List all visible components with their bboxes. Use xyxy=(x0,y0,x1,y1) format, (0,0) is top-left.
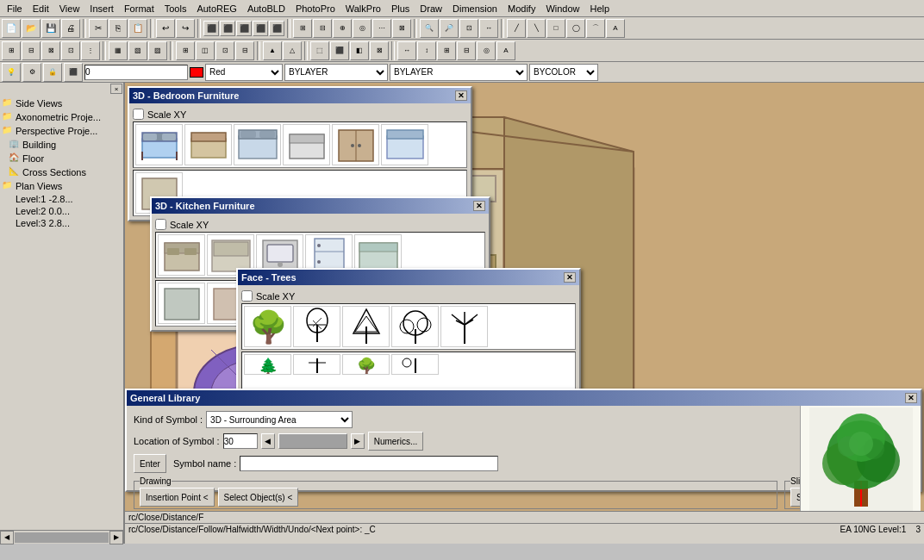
menu-draw[interactable]: Draw xyxy=(415,3,447,15)
symbol-name-input[interactable] xyxy=(240,456,498,471)
symbol-bed-4[interactable] xyxy=(283,124,330,165)
tb2-view4[interactable]: ⊟ xyxy=(235,41,254,60)
bedroom-close-button[interactable]: ✕ xyxy=(455,90,467,101)
kitchen-dialog-title[interactable]: 3D - Kitchen Furniture ✕ xyxy=(152,198,489,214)
bedroom-dialog-title[interactable]: 3D - Bedroom Furniture ✕ xyxy=(129,88,471,103)
kitchen-close-button[interactable]: ✕ xyxy=(473,201,485,211)
tb2-extra4[interactable]: ⊠ xyxy=(370,41,389,60)
draw-btn2[interactable]: ╲ xyxy=(527,19,546,38)
zoom-btn3[interactable]: ⊡ xyxy=(459,19,478,38)
tb2-extra1[interactable]: ⬚ xyxy=(310,41,329,60)
redo-button[interactable]: ↪ xyxy=(176,19,195,38)
props-icon4[interactable]: ⬛ xyxy=(64,63,83,82)
color-select[interactable]: Red xyxy=(205,64,283,81)
location-next-button[interactable]: ▶ xyxy=(351,433,365,449)
trees-scale-checkbox[interactable] xyxy=(241,290,253,302)
symbol-bed-5[interactable] xyxy=(381,124,428,165)
cut-button[interactable]: ✂ xyxy=(89,19,108,38)
copy-button[interactable]: ⎘ xyxy=(109,19,128,38)
symbol-tree-extra-1[interactable]: 🌲 xyxy=(244,354,291,375)
location-prev-button[interactable]: ◀ xyxy=(261,433,275,449)
tb2-misc4[interactable]: ⊟ xyxy=(457,41,476,60)
tb2-view3[interactable]: ⊡ xyxy=(215,41,234,60)
snap-btn3[interactable]: ⊕ xyxy=(333,19,352,38)
undo-button[interactable]: ↩ xyxy=(156,19,175,38)
symbol-tree-1[interactable]: 🌳 xyxy=(244,306,291,347)
menu-plus[interactable]: Plus xyxy=(386,3,415,15)
tb2-misc6[interactable]: A xyxy=(496,41,515,60)
insertion-point-button[interactable]: Insertion Point < xyxy=(140,488,215,507)
tree-plan-views[interactable]: 📁 Plan Views xyxy=(2,179,122,193)
menu-autoreg[interactable]: AutoREG xyxy=(191,3,241,15)
trees-dialog-title[interactable]: Face - Trees ✕ xyxy=(238,270,579,285)
snap-btn4[interactable]: ◎ xyxy=(353,19,371,38)
symbol-bed-1[interactable] xyxy=(135,124,183,165)
tb2-misc5[interactable]: ◎ xyxy=(477,41,496,60)
general-library-close-button[interactable]: ✕ xyxy=(905,393,917,403)
scroll-left-button[interactable]: ◀ xyxy=(0,531,14,544)
tb2-btn5[interactable]: ⋮ xyxy=(81,41,100,60)
tb2-btn1[interactable]: ⊞ xyxy=(2,41,21,60)
numerics-button[interactable]: Numerics... xyxy=(368,432,424,451)
tb-btn-2[interactable]: ⬛ xyxy=(220,21,235,36)
props-icon1[interactable]: 💡 xyxy=(2,63,21,82)
tb-btn-1[interactable]: ⬛ xyxy=(203,21,219,36)
tree-level1[interactable]: Level:1 -2.8... xyxy=(16,193,122,205)
new-button[interactable]: 📄 xyxy=(2,19,21,38)
tb2-btn3[interactable]: ⊠ xyxy=(41,41,60,60)
print-button[interactable]: 🖨 xyxy=(61,19,80,38)
symbol-bed-2[interactable] xyxy=(184,124,232,165)
symbol-wardrobe[interactable] xyxy=(332,124,379,165)
location-slider[interactable] xyxy=(278,433,347,449)
symbol-bed-3[interactable] xyxy=(234,124,281,165)
symbol-cabinet-1[interactable] xyxy=(158,234,205,276)
symbol-tree-extra-3[interactable]: 🌳 xyxy=(342,354,390,375)
menu-view[interactable]: View xyxy=(54,3,85,15)
symbol-tree-2[interactable] xyxy=(293,306,340,347)
symbol-kitchen-extra-1[interactable] xyxy=(158,283,205,324)
linecolor-select[interactable]: BYCOLOR xyxy=(529,64,598,81)
tb2-mod1[interactable]: ▲ xyxy=(263,41,282,60)
tree-floor[interactable]: 🏠 Floor xyxy=(9,152,122,165)
menu-walkpro[interactable]: WalkPro xyxy=(340,3,386,15)
menu-photopro[interactable]: PhotoPro xyxy=(290,3,340,15)
enter-button[interactable]: Enter xyxy=(134,454,166,473)
tree-side-views[interactable]: 📁 Side Views xyxy=(2,96,122,110)
props-icon3[interactable]: 🔒 xyxy=(43,63,62,82)
tb2-grid3[interactable]: ▨ xyxy=(148,41,167,60)
scroll-track[interactable] xyxy=(15,532,109,543)
tb2-mod2[interactable]: △ xyxy=(283,41,302,60)
zoom-btn2[interactable]: 🔎 xyxy=(440,19,459,38)
symbol-tree-5[interactable] xyxy=(440,306,488,347)
select-objects-button[interactable]: Select Object(s) < xyxy=(218,488,299,507)
zoom-btn[interactable]: 🔍 xyxy=(420,19,439,38)
tree-cross-sections[interactable]: 📐 Cross Sections xyxy=(9,165,122,179)
layer-input[interactable] xyxy=(84,65,188,80)
tb2-misc2[interactable]: ↕ xyxy=(417,41,436,60)
kind-select[interactable]: 3D - Surrounding Area xyxy=(206,411,353,428)
draw-btn5[interactable]: ⌒ xyxy=(586,19,605,38)
scroll-right-button[interactable]: ▶ xyxy=(109,531,123,544)
snap-btn5[interactable]: ⋯ xyxy=(372,19,391,38)
tb2-view2[interactable]: ◫ xyxy=(196,41,215,60)
trees-close-button[interactable]: ✕ xyxy=(564,272,576,283)
tb2-btn4[interactable]: ⊡ xyxy=(61,41,80,60)
symbol-tree-3[interactable] xyxy=(342,306,390,347)
linetype-select-2[interactable]: BYLAYER xyxy=(390,64,528,81)
menu-modify[interactable]: Modify xyxy=(503,3,540,15)
kitchen-scale-checkbox[interactable] xyxy=(155,219,166,230)
menu-tools[interactable]: Tools xyxy=(159,3,192,15)
snap-btn6[interactable]: ⊠ xyxy=(392,19,411,38)
tb-btn-4[interactable]: ⬛ xyxy=(253,21,268,36)
tb2-misc1[interactable]: ↔ xyxy=(397,41,416,60)
location-input[interactable] xyxy=(223,433,258,449)
menu-edit[interactable]: Edit xyxy=(28,3,54,15)
zoom-btn4[interactable]: ↔ xyxy=(479,19,498,38)
general-library-title[interactable]: General Library ✕ xyxy=(127,390,921,406)
snap-btn[interactable]: ⊞ xyxy=(293,19,312,38)
tree-building[interactable]: 🏢 Building xyxy=(9,138,122,152)
open-button[interactable]: 📂 xyxy=(22,19,41,38)
tb2-view1[interactable]: ⊞ xyxy=(176,41,195,60)
tree-axonometric[interactable]: 📁 Axonometric Proje... xyxy=(2,110,122,124)
menu-help[interactable]: Help xyxy=(585,3,615,15)
